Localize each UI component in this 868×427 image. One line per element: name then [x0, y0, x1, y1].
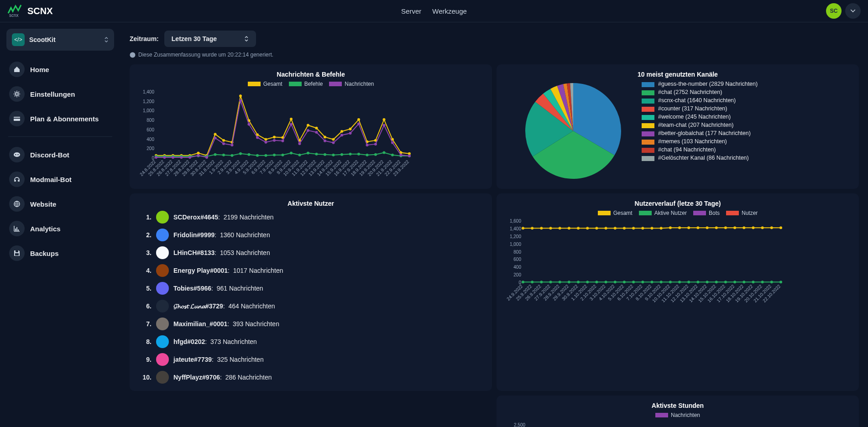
svg-point-74 [324, 135, 326, 138]
user-rank: 7. [140, 320, 152, 328]
nav-server[interactable]: Server [401, 7, 421, 15]
sidebar-item-plan[interactable]: Plan & Abonnements [6, 107, 114, 130]
svg-text:1,400: 1,400 [510, 226, 521, 231]
svg-point-140 [357, 122, 360, 125]
svg-point-231 [678, 281, 681, 283]
svg-point-196 [623, 227, 626, 229]
sidebar-item-discord[interactable]: Discord-Bot [6, 143, 114, 166]
svg-point-233 [696, 281, 699, 283]
svg-point-186 [531, 227, 533, 229]
svg-point-219 [568, 281, 570, 283]
sidebar-item-settings[interactable]: Einstellungen [6, 83, 114, 105]
svg-point-64 [239, 94, 242, 97]
card-channels: 10 meist genutzten Kanäle #guess-the-num… [497, 64, 859, 189]
svg-point-141 [366, 144, 369, 146]
user-rank: 5. [140, 285, 152, 292]
sidebar-label-analytics: Analytics [30, 225, 61, 233]
svg-point-6 [17, 154, 18, 155]
user-avatar-small [156, 282, 169, 295]
user-message-count: 325 Nachrichten [217, 356, 264, 363]
sidebar-item-home[interactable]: Home [6, 58, 114, 81]
svg-point-116 [155, 156, 157, 159]
sidebar-label-modmail: Modmail-Bot [30, 176, 72, 183]
user-menu-toggle[interactable] [845, 3, 861, 19]
user-message-count: 1053 Nachrichten [220, 249, 270, 256]
timerange-select[interactable]: Letzen 30 Tage [164, 31, 256, 47]
svg-rect-2 [14, 117, 20, 121]
svg-point-223 [605, 281, 607, 283]
svg-point-76 [340, 130, 343, 133]
logo-icon: scnx [7, 3, 22, 19]
svg-point-241 [770, 281, 773, 283]
userflow-chart: 02004006008001,0001,2001,4001,60024.9.20… [505, 219, 783, 306]
user-name: 𝓖𝓱𝓸𝓼𝓽 𝓛𝓾𝓷𝓪#3729 [173, 302, 223, 310]
svg-text:600: 600 [146, 127, 154, 132]
svg-point-67 [265, 138, 267, 141]
svg-text:200: 200 [146, 146, 154, 151]
user-name: hfgd#0202 [173, 338, 205, 345]
svg-point-135 [315, 131, 318, 134]
svg-point-73 [315, 127, 318, 130]
home-icon [9, 62, 25, 77]
updown-icon [104, 36, 109, 43]
chart-icon [9, 221, 25, 236]
svg-point-205 [706, 226, 709, 229]
server-selector[interactable]: </> ScootKit [6, 29, 114, 51]
svg-text:1,600: 1,600 [510, 219, 521, 224]
globe-icon [9, 196, 25, 212]
sidebar-label-home: Home [30, 66, 49, 73]
svg-point-77 [349, 128, 352, 130]
svg-point-123 [214, 136, 217, 139]
channel-legend-item: #counter (317 Nachrichten) [658, 105, 727, 112]
svg-point-111 [374, 153, 377, 156]
svg-point-210 [752, 226, 754, 229]
user-rank: 3. [140, 249, 152, 256]
svg-text:200: 200 [513, 272, 521, 277]
svg-point-96 [248, 153, 251, 156]
svg-point-197 [632, 227, 635, 229]
user-name: jateute#7739 [173, 356, 212, 363]
sidebar-item-backups[interactable]: Backups [6, 242, 114, 265]
sidebar-item-analytics[interactable]: Analytics [6, 217, 114, 240]
user-avatar-small [156, 371, 169, 384]
user-rank: 2. [140, 231, 152, 239]
user-message-count: 961 Nachrichten [217, 285, 263, 292]
svg-text:2,500: 2,500 [514, 422, 525, 427]
timerange-label: Zeitraum: [130, 35, 159, 42]
sidebar-item-website[interactable]: Website [6, 193, 114, 215]
user-name: NyffPlayz#9706 [173, 374, 220, 381]
card-messages: Nachrichten & Befehle Gesamt Befehle Nac… [130, 64, 492, 189]
user-avatar-small [156, 211, 169, 224]
svg-point-113 [391, 154, 394, 156]
sidebar-divider [8, 136, 112, 137]
svg-point-131 [282, 140, 284, 142]
svg-point-187 [540, 227, 543, 229]
svg-point-240 [761, 281, 764, 283]
svg-point-110 [366, 154, 369, 156]
user-rank: 6. [140, 302, 152, 310]
svg-point-72 [307, 124, 309, 127]
user-rank: 4. [140, 267, 152, 274]
user-avatar[interactable]: SC [826, 3, 842, 19]
svg-point-121 [197, 154, 200, 157]
svg-point-212 [770, 226, 773, 229]
user-rank: 9. [140, 356, 152, 363]
svg-point-191 [577, 227, 580, 229]
svg-text:1,200: 1,200 [510, 234, 521, 239]
sidebar-label-plan: Plan & Abonnements [30, 115, 99, 123]
timerange-value: Letzen 30 Tage [172, 35, 217, 42]
svg-point-236 [724, 281, 727, 283]
svg-point-138 [340, 134, 343, 136]
card-title-hours: Aktivste Stunden [505, 402, 851, 409]
sidebar-item-modmail[interactable]: Modmail-Bot [6, 168, 114, 191]
svg-point-234 [706, 281, 709, 283]
svg-point-190 [568, 227, 570, 229]
svg-point-206 [715, 226, 718, 229]
svg-point-192 [586, 227, 589, 229]
svg-point-109 [357, 153, 360, 156]
svg-point-103 [307, 152, 309, 155]
svg-point-68 [273, 135, 276, 138]
channel-legend-item: #Gelöschter Kanal (86 Nachrichten) [658, 155, 749, 161]
svg-point-93 [222, 154, 225, 156]
nav-tools[interactable]: Werkzeuge [432, 7, 467, 15]
